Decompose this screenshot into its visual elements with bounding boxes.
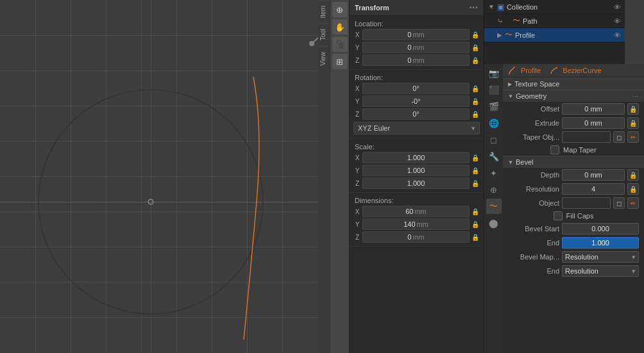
taper-label: Taper Obj...	[508, 133, 559, 141]
bevel-depth-field[interactable]: 0 mm	[562, 169, 625, 181]
tab-item[interactable]: Item	[318, 0, 330, 23]
location-y-axis: Y	[353, 44, 361, 51]
bevel-end2-chevron-icon: ▾	[632, 267, 636, 275]
chevron-down-icon: ▾	[471, 124, 475, 133]
material-props-icon[interactable]: ⬤	[486, 215, 502, 231]
viewport[interactable]: Y X ⊕ ✋ 🎥 ⊞ Item Tool View	[0, 0, 349, 353]
object-props-icon[interactable]: ◻	[486, 132, 502, 147]
offset-field[interactable]: 0 mm	[562, 103, 625, 115]
eye-icon-collection[interactable]: 👁	[614, 3, 621, 11]
offset-row: Offset 0 mm 🔒	[503, 102, 644, 116]
location-x-row: X 0 mm 🔒	[350, 28, 484, 41]
rotation-y-row: Y -0° 🔒	[350, 95, 484, 108]
side-tabs: Item Tool View	[318, 0, 330, 353]
scale-y-lock[interactable]: 🔒	[471, 166, 480, 175]
taper-edit-icon[interactable]: ✏	[627, 131, 639, 143]
outliner-profile-row[interactable]: ▶ 〜 Profile 👁	[484, 28, 625, 42]
output-props-icon[interactable]: ⬛	[486, 82, 502, 97]
props-icons: 📷 ⬛ 🎬 🌐 ◻ 🔧 ✦ ⊕ 〜 ⬤	[484, 64, 503, 353]
rotation-y-field[interactable]: -0°	[362, 95, 470, 107]
rotation-z-axis: Z	[353, 111, 361, 118]
bevel-section-header[interactable]: ▼ Bevel	[503, 156, 644, 168]
dim-x-field[interactable]: 60 mm	[362, 206, 470, 217]
location-x-lock[interactable]: 🔒	[471, 30, 480, 39]
scale-z-field[interactable]: 1.000	[362, 177, 470, 189]
texture-space-section[interactable]: ▶ Texture Space	[503, 78, 644, 90]
bevel-resolution-field[interactable]: 4	[562, 183, 625, 195]
extrude-field[interactable]: 0 mm	[562, 117, 625, 129]
bevel-map-dropdown[interactable]: Resolution ▾	[562, 251, 639, 263]
particles-props-icon[interactable]: ✦	[486, 165, 502, 181]
curve-icon-profile: 〜	[505, 29, 513, 40]
tab-view[interactable]: View	[318, 46, 330, 71]
bezier-icon	[550, 66, 559, 75]
fill-caps-checkbox[interactable]	[554, 211, 563, 220]
physics-props-icon[interactable]: ⊕	[486, 182, 502, 197]
map-taper-checkbox[interactable]	[550, 145, 559, 154]
bevel-end-field[interactable]: 1.000	[562, 237, 639, 249]
scale-y-row: Y 1.000 🔒	[350, 164, 484, 177]
tool-move[interactable]: ✋	[332, 19, 348, 35]
resolution-lock-icon[interactable]: 🔒	[627, 183, 639, 195]
svg-point-7	[309, 41, 314, 46]
scale-x-field[interactable]: 1.000	[362, 152, 470, 163]
dim-z-lock[interactable]: 🔒	[471, 233, 480, 242]
offset-lock-icon[interactable]: 🔒	[627, 103, 639, 115]
rotation-z-lock[interactable]: 🔒	[471, 110, 480, 119]
expand-arrow-icon-profile: ▶	[497, 31, 502, 38]
tool-cursor[interactable]: ⊕	[332, 1, 348, 18]
data-props-icon[interactable]: 〜	[486, 199, 502, 214]
tab-tool[interactable]: Tool	[318, 23, 330, 45]
rotation-x-lock[interactable]: 🔒	[471, 84, 480, 93]
modifier-props-icon[interactable]: 🔧	[486, 149, 502, 164]
bevel-map-row: Bevel Map... Resolution ▾	[503, 250, 644, 264]
bevel-start-field[interactable]: 0.000	[562, 223, 639, 234]
scale-z-lock[interactable]: 🔒	[471, 179, 480, 188]
rotation-y-lock[interactable]: 🔒	[471, 97, 480, 106]
dim-x-axis: X	[353, 208, 361, 215]
location-z-field[interactable]: 0 mm	[362, 54, 470, 66]
tool-camera[interactable]: 🎥	[332, 36, 348, 53]
location-y-lock[interactable]: 🔒	[471, 43, 480, 52]
dim-z-field[interactable]: 0 mm	[362, 231, 470, 243]
scene-panel: ▼ ▣ Collection 👁 ⤷ 〜 Path 👁 ▶ 〜 Profile …	[484, 0, 625, 64]
location-y-row: Y 0 mm 🔒	[350, 41, 484, 54]
location-z-axis: Z	[353, 57, 361, 64]
rotation-x-field[interactable]: 0°	[362, 83, 470, 94]
rotation-x-axis: X	[353, 85, 361, 92]
svg-point-0	[38, 90, 263, 314]
dim-x-lock[interactable]: 🔒	[471, 207, 480, 216]
extrude-lock-icon[interactable]: 🔒	[627, 117, 639, 129]
taper-field[interactable]	[562, 131, 611, 143]
bevel-end2-dropdown[interactable]: Resolution ▾	[562, 265, 639, 277]
object-icon-btn[interactable]: ◻	[613, 197, 625, 209]
location-y-field[interactable]: 0 mm	[362, 42, 470, 53]
bevel-object-field[interactable]	[562, 197, 611, 209]
scene-props-icon[interactable]: 🎬	[486, 99, 502, 114]
rotation-z-field[interactable]: 0°	[362, 108, 470, 120]
tool-grid[interactable]: ⊞	[332, 53, 348, 70]
location-x-field[interactable]: 0 mm	[362, 29, 470, 40]
eye-icon-path[interactable]: 👁	[614, 17, 621, 25]
rotation-mode-dropdown[interactable]: XYZ Euler ▾	[353, 122, 480, 135]
location-z-lock[interactable]: 🔒	[471, 56, 480, 65]
render-props-icon[interactable]: 📷	[486, 65, 502, 81]
scale-x-lock[interactable]: 🔒	[471, 153, 480, 162]
dim-z-row: Z 0 mm 🔒	[350, 231, 484, 243]
depth-lock-icon[interactable]: 🔒	[627, 169, 639, 181]
panel-dots[interactable]: ⋯	[469, 3, 479, 13]
bevel-resolution-row: Resolution 4 🔒	[503, 182, 644, 196]
scale-y-field[interactable]: 1.000	[362, 165, 470, 176]
taper-obj-icon[interactable]: ◻	[613, 131, 625, 143]
geometry-section-header[interactable]: ▼ Geometry ⋯	[503, 90, 644, 102]
dim-y-field[interactable]: 140 mm	[362, 218, 470, 230]
object-edit-icon[interactable]: ✏	[627, 197, 639, 209]
right-container: ▼ ▣ Collection 👁 ⤷ 〜 Path 👁 ▶ 〜 Profile …	[484, 0, 644, 353]
expand-triangle-icon: ▶	[508, 81, 512, 87]
outliner-path-row[interactable]: ⤷ 〜 Path 👁	[484, 14, 625, 28]
dim-y-lock[interactable]: 🔒	[471, 220, 480, 229]
eye-icon-profile[interactable]: 👁	[614, 31, 621, 39]
geometry-dots: ⋯	[632, 93, 639, 100]
world-props-icon[interactable]: 🌐	[486, 115, 502, 131]
outliner-collection-row[interactable]: ▼ ▣ Collection 👁	[484, 0, 625, 14]
